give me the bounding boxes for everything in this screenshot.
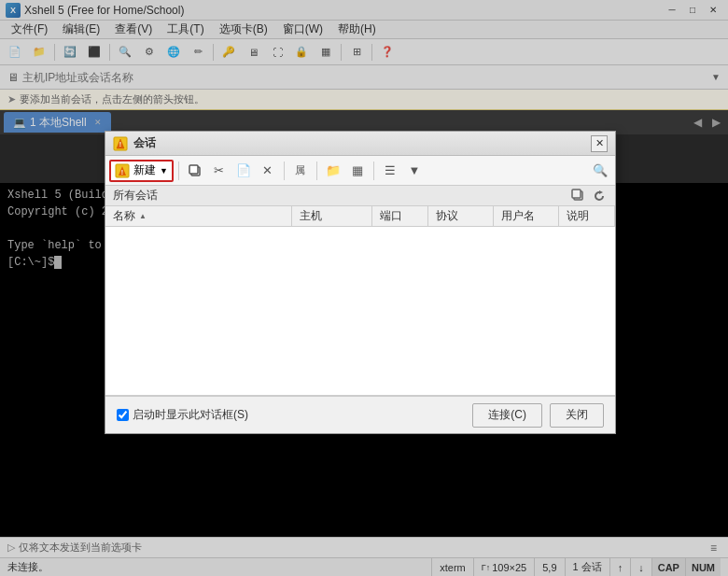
startup-checkbox-label[interactable]: 启动时显示此对话框(S) [117, 407, 248, 423]
th-port[interactable]: 端口 [372, 206, 428, 226]
dialog-title-text: 会话 [133, 135, 591, 151]
svg-rect-9 [572, 190, 581, 198]
dtb-sep-2 [284, 162, 285, 180]
svg-marker-10 [599, 190, 603, 194]
session-dialog: ! 会话 ✕ ! 新建 ▼ [105, 131, 616, 434]
dtb-search-button[interactable]: 🔍 [589, 160, 611, 182]
svg-text:!: ! [119, 141, 121, 148]
th-host[interactable]: 主机 [292, 206, 372, 226]
dialog-overlay: ! 会话 ✕ ! 新建 ▼ [0, 0, 728, 576]
dialog-toolbar: ! 新建 ▼ ✂ 📄 ✕ 属 [105, 156, 615, 186]
dtb-dropdown-arrow[interactable]: ▼ [403, 160, 426, 182]
startup-label-text: 启动时显示此对话框(S) [133, 407, 248, 423]
section-icon-2[interactable] [591, 188, 608, 204]
connect-button[interactable]: 连接(C) [472, 403, 542, 428]
section-title: 所有会话 [113, 188, 158, 204]
dtb-list-button[interactable]: ☰ [379, 160, 401, 182]
dialog-footer: 启动时显示此对话框(S) 连接(C) 关闭 [105, 396, 615, 433]
section-icon-1[interactable] [570, 188, 587, 204]
startup-checkbox[interactable] [117, 409, 129, 421]
dtb-delete-button[interactable]: ✕ [257, 160, 279, 182]
th-protocol[interactable]: 协议 [428, 206, 494, 226]
dtb-sep-1 [178, 162, 179, 180]
new-session-button[interactable]: ! 新建 ▼ [109, 160, 174, 182]
section-icons [570, 188, 608, 204]
dtb-folder-button[interactable]: 📁 [322, 160, 344, 182]
copy-icon [189, 164, 202, 177]
table-body [105, 227, 615, 395]
section-header: 所有会话 [105, 186, 615, 206]
session-table: 名称 ▲ 主机 端口 协议 用户名 [105, 206, 615, 396]
th-name[interactable]: 名称 ▲ [105, 206, 292, 226]
close-dialog-button[interactable]: 关闭 [550, 403, 604, 428]
dtb-paste-button[interactable]: 📄 [232, 160, 255, 182]
dialog-title-bar: ! 会话 ✕ [105, 132, 615, 156]
new-button-arrow: ▼ [160, 166, 168, 176]
dialog-close-button[interactable]: ✕ [591, 135, 608, 152]
th-username[interactable]: 用户名 [494, 206, 559, 226]
section-copy-icon [571, 189, 586, 204]
dtb-copy-button[interactable] [184, 160, 206, 182]
svg-text:!: ! [121, 168, 123, 175]
dtb-sep-3 [316, 162, 317, 180]
dtb-properties-button[interactable]: 属 [289, 160, 312, 182]
new-session-icon: ! [115, 163, 130, 178]
new-button-label: 新建 [133, 162, 156, 178]
dtb-sep-4 [373, 162, 374, 180]
table-header: 名称 ▲ 主机 端口 协议 用户名 [105, 206, 615, 227]
th-desc[interactable]: 说明 [559, 206, 615, 226]
section-refresh-icon [592, 189, 607, 204]
dtb-view-button[interactable]: ▦ [346, 160, 369, 182]
dialog-title-icon: ! [113, 136, 128, 151]
dtb-cut-button[interactable]: ✂ [208, 160, 231, 182]
svg-rect-7 [189, 165, 198, 174]
sort-arrow: ▲ [139, 212, 147, 220]
